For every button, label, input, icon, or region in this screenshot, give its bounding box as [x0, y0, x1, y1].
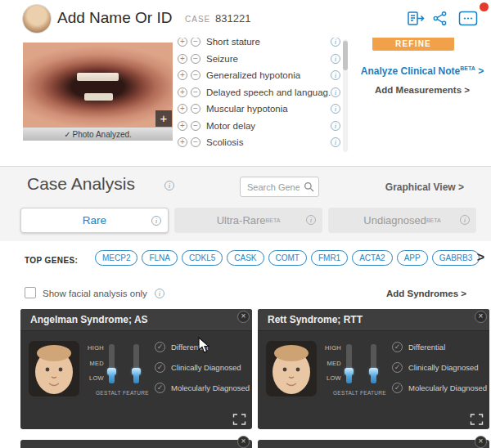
- status-differential[interactable]: Differential: [392, 341, 487, 353]
- status-label: Clinically Diagnosed: [171, 363, 241, 372]
- show-facial-checkbox[interactable]: [25, 287, 36, 298]
- gene-pill[interactable]: CASK: [227, 250, 264, 266]
- card-close-button[interactable]: [237, 311, 250, 323]
- top-genes-label: TOP GENES:: [25, 256, 78, 265]
- export-note-button[interactable]: [406, 11, 426, 26]
- status-clinically-diagnosed[interactable]: Clinically Diagnosed: [392, 361, 487, 374]
- status-differential[interactable]: Differential: [155, 341, 250, 353]
- patient-photo[interactable]: +: [23, 43, 173, 128]
- feature-gauge: [133, 344, 139, 383]
- feature-label: Muscular hypotonia: [206, 104, 331, 114]
- tab-info-icon[interactable]: [306, 215, 316, 225]
- remove-feature-icon[interactable]: [191, 104, 200, 114]
- gene-pill[interactable]: MECP2: [95, 250, 137, 266]
- gene-pill[interactable]: FMR1: [311, 250, 348, 266]
- features-scrollbar[interactable]: [343, 39, 348, 152]
- gene-pill[interactable]: ACTA2: [352, 250, 393, 266]
- gene-search-box: [240, 177, 319, 197]
- case-number: 831221: [215, 12, 250, 25]
- check-circle-icon: [155, 362, 165, 373]
- remove-feature-icon[interactable]: [191, 70, 200, 80]
- filter-row: Show facial analysis only Add Syndromes …: [0, 279, 491, 308]
- card-close-button[interactable]: [475, 311, 487, 323]
- case-analysis-info-icon[interactable]: [164, 181, 174, 190]
- level-high: HIGH: [318, 344, 341, 352]
- tab-info-icon[interactable]: [151, 216, 161, 226]
- feature-info-icon[interactable]: [331, 121, 340, 131]
- remove-feature-icon[interactable]: [191, 137, 200, 147]
- remove-feature-icon[interactable]: [191, 54, 200, 64]
- card-close-button[interactable]: [237, 436, 250, 448]
- add-feature-icon[interactable]: [178, 37, 187, 47]
- gene-pill[interactable]: CDKL5: [182, 250, 223, 266]
- card-close-button[interactable]: [475, 436, 487, 448]
- status-list: Differential Clinically Diagnosed Molecu…: [392, 341, 487, 394]
- analyze-link-text: Analyze Clinical Note: [361, 65, 460, 77]
- app-header: Add Name Or ID CASE 831221: [0, 0, 491, 38]
- analyze-clinical-note-link[interactable]: Analyze Clinical NoteBETA >: [352, 65, 491, 77]
- card-header: Rett Syndrome; RTT: [258, 309, 489, 331]
- feature-gauge-knob: [369, 368, 378, 375]
- check-circle-icon: [155, 342, 165, 352]
- syndrome-card: Rett Syndrome; RTT HIGH MED LOW: [258, 309, 489, 429]
- gene-pill[interactable]: FLNA: [142, 250, 178, 266]
- share-button[interactable]: [432, 11, 452, 26]
- add-feature-icon[interactable]: [178, 121, 187, 131]
- add-feature-icon[interactable]: [178, 104, 187, 114]
- gene-pill[interactable]: COMT: [268, 250, 307, 266]
- add-photo-button[interactable]: +: [155, 110, 172, 127]
- case-analysis-section: Case Analysis Graphical View > Rare Ultr…: [0, 166, 491, 241]
- patient-avatar[interactable]: [22, 4, 52, 34]
- feature-gauge: [371, 344, 376, 383]
- status-molecularly-diagnosed[interactable]: Molecularly Diagnosed: [392, 382, 487, 394]
- add-measurements-link[interactable]: Add Measurements >: [352, 85, 491, 95]
- remove-feature-icon[interactable]: [191, 121, 200, 131]
- genes-next-chevron-icon[interactable]: [477, 250, 484, 265]
- refine-button[interactable]: REFINE: [372, 38, 454, 51]
- expand-button[interactable]: [232, 414, 246, 425]
- add-feature-icon[interactable]: [178, 70, 187, 80]
- case-title[interactable]: Add Name Or ID: [57, 9, 172, 27]
- gene-search-input[interactable]: [241, 182, 300, 192]
- syndrome-title: Angelman Syndrome; AS: [30, 314, 148, 325]
- feature-row: Generalized hypotonia: [178, 67, 340, 84]
- tab-info-icon[interactable]: [460, 215, 470, 225]
- remove-feature-icon[interactable]: [191, 87, 200, 97]
- check-circle-icon: [392, 342, 403, 352]
- tab-undiagnosed[interactable]: UndiagnosedBETA: [328, 208, 476, 233]
- photo-analyzed-caption: Photo Analyzed.: [23, 128, 173, 141]
- status-molecularly-diagnosed[interactable]: Molecularly Diagnosed: [155, 382, 250, 394]
- facial-info-icon[interactable]: [155, 289, 164, 298]
- feature-axis-label: FEATURE: [360, 390, 386, 396]
- expand-button[interactable]: [470, 414, 484, 425]
- case-analysis-title: Case Analysis: [27, 174, 135, 194]
- add-feature-icon[interactable]: [178, 54, 187, 64]
- feature-axis-label: FEATURE: [123, 390, 149, 396]
- gene-pill[interactable]: GABRB3: [432, 250, 480, 266]
- add-syndromes-link[interactable]: Add Syndromes >: [386, 289, 466, 298]
- scrollbar-thumb[interactable]: [343, 41, 348, 70]
- feature-info-icon[interactable]: [331, 54, 340, 64]
- feature-info-icon[interactable]: [331, 137, 340, 147]
- add-feature-icon[interactable]: [178, 137, 187, 147]
- feature-info-icon[interactable]: [331, 87, 340, 97]
- more-options-button[interactable]: [458, 11, 478, 26]
- feature-row: Delayed speech and languag...: [178, 84, 340, 101]
- feature-info-icon[interactable]: [331, 37, 340, 47]
- graphical-view-link[interactable]: Graphical View >: [385, 181, 464, 193]
- remove-feature-icon[interactable]: [191, 37, 200, 47]
- feature-row: Muscular hypotonia: [178, 101, 340, 118]
- status-label: Molecularly Diagnosed: [171, 383, 250, 392]
- feature-row: Motor delay: [178, 118, 340, 135]
- add-feature-icon[interactable]: [178, 87, 187, 97]
- gene-pill[interactable]: APP: [397, 250, 428, 266]
- tab-ultra-rare[interactable]: Ultra-RareBETA: [174, 208, 322, 233]
- feature-info-icon[interactable]: [331, 104, 340, 114]
- gauge-levels: HIGH MED LOW: [81, 344, 104, 382]
- tab-rare[interactable]: Rare: [20, 208, 169, 233]
- tab-label: Undiagnosed: [363, 214, 426, 226]
- beta-badge: BETA: [426, 217, 441, 223]
- feature-info-icon[interactable]: [331, 70, 340, 80]
- top-genes-row: TOP GENES: MECP2 FLNA CDKL5 CASK COMT FM…: [0, 241, 491, 279]
- status-clinically-diagnosed[interactable]: Clinically Diagnosed: [155, 361, 250, 374]
